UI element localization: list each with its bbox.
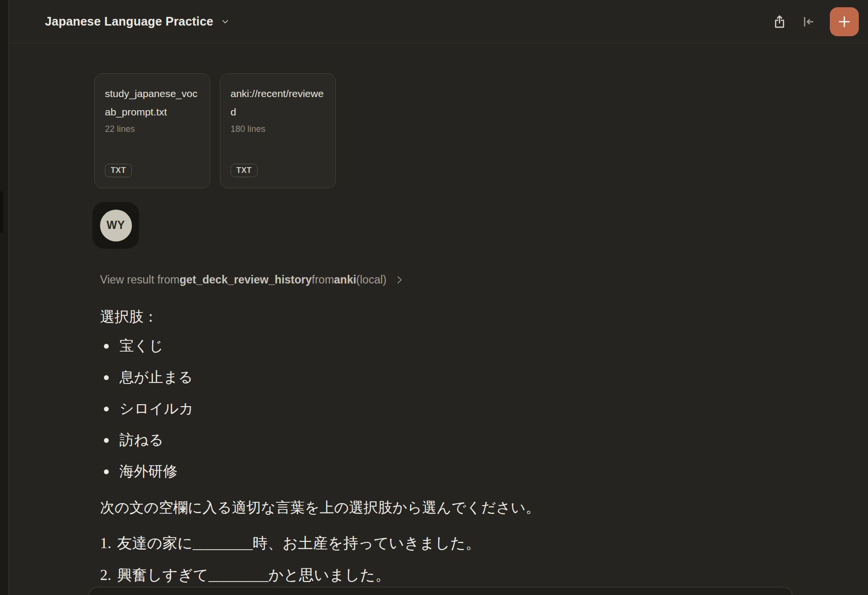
question-text: 興奮しすぎて________かと思いました。 [117, 567, 390, 583]
question-number: 2. [100, 567, 111, 583]
bullet-icon [104, 469, 109, 474]
option-text: シロイルカ [119, 399, 194, 419]
tool-result-tool-name: get_deck_review_history [179, 272, 312, 287]
attachment-card[interactable]: anki://recent/reviewed 180 lines TXT [220, 73, 336, 188]
list-item: 息が止まる [100, 362, 868, 393]
instruction-text: 次の文の空欄に入る適切な言葉を上の選択肢から選んでください。 [100, 498, 632, 517]
questions-list: 1.友達の家に________時、お土産を持っていきました。 2.興奮しすぎて_… [100, 533, 868, 586]
chevron-right-icon [395, 275, 404, 284]
conversation-title-menu[interactable]: Japanese Language Practice [45, 14, 230, 28]
share-button[interactable] [769, 11, 790, 32]
bullet-icon [104, 344, 109, 349]
question-item: 2.興奮しすぎて________かと思いました。 [100, 565, 868, 586]
attachment-line-count: 22 lines [105, 124, 200, 134]
share-icon [772, 14, 787, 29]
user-message-bubble: WY [92, 202, 139, 249]
message-input[interactable] [88, 587, 793, 595]
file-type-badge: TXT [231, 164, 258, 177]
chat-scroll-area: study_japanese_vocab_prompt.txt 22 lines… [9, 44, 868, 595]
tool-result-toggle[interactable]: View result from get_deck_review_history… [100, 272, 868, 287]
collapse-panel-button[interactable] [798, 11, 819, 32]
new-chat-button[interactable] [830, 7, 859, 36]
tool-result-middle: from [312, 272, 334, 287]
tool-result-server-name: anki [334, 272, 356, 287]
attachment-filename: study_japanese_vocab_prompt.txt [105, 85, 200, 121]
question-text: 友達の家に________時、お土産を持っていきました。 [117, 535, 480, 552]
message-heading: 選択肢： [100, 308, 868, 326]
sidebar-rail-notch [0, 191, 3, 233]
collapse-left-icon [801, 14, 816, 29]
bullet-icon [104, 375, 109, 380]
user-message-row: WY [92, 202, 868, 249]
avatar: WY [100, 210, 132, 241]
attachment-filename: anki://recent/reviewed [231, 85, 325, 121]
attachment-card[interactable]: study_japanese_vocab_prompt.txt 22 lines… [94, 73, 210, 188]
chevron-down-icon [220, 17, 230, 27]
option-text: 宝くじ [119, 336, 163, 356]
page-title: Japanese Language Practice [45, 14, 213, 28]
bullet-icon [104, 438, 109, 443]
question-number: 1. [100, 535, 111, 552]
tool-result-prefix: View result from [100, 272, 179, 287]
question-item: 1.友達の家に________時、お土産を持っていきました。 [100, 533, 868, 554]
plus-icon [837, 14, 852, 29]
option-text: 息が止まる [119, 368, 193, 387]
avatar-initials: WY [106, 219, 125, 232]
file-type-badge: TXT [105, 164, 132, 177]
bullet-icon [104, 407, 109, 411]
option-text: 訪ねる [119, 430, 163, 450]
attachments-row: study_japanese_vocab_prompt.txt 22 lines… [94, 73, 868, 188]
list-item: 宝くじ [100, 330, 868, 362]
option-text: 海外研修 [119, 462, 177, 482]
sidebar-rail [0, 0, 9, 595]
list-item: 訪ねる [100, 425, 868, 456]
title-bar: Japanese Language Practice [9, 0, 868, 43]
options-list: 宝くじ 息が止まる シロイルカ 訪ねる 海外研修 [100, 330, 868, 487]
list-item: シロイルカ [100, 393, 868, 425]
list-item: 海外研修 [100, 456, 868, 487]
attachment-line-count: 180 lines [231, 124, 325, 134]
tool-result-suffix: (local) [356, 272, 387, 287]
